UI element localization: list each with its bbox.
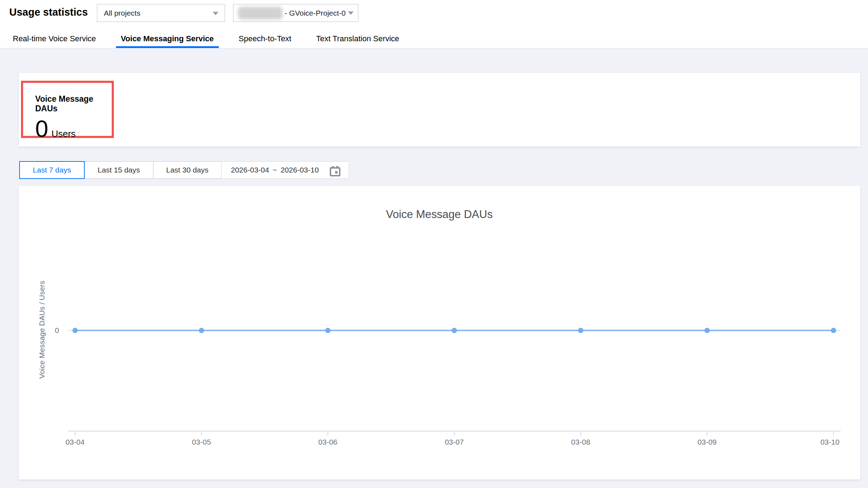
svg-text:03-10: 03-10 [820,438,840,446]
tab-text-translation-service[interactable]: Text Translation Service [316,31,399,48]
summary-card: Voice Message DAUs 0 Users [19,73,860,147]
tab-speech-to-text[interactable]: Speech-to-Text [239,31,291,48]
caret-down-icon [213,12,218,15]
date-range-picker[interactable]: 2026-03-04 ~ 2026-03-10 [221,161,349,179]
app-select-value: - GVoice-Project-0 [285,9,346,17]
project-filter-value: All projects [104,9,141,17]
svg-text:Voice Message DAUs: Voice Message DAUs [386,208,493,221]
tab-real-time-voice-service[interactable]: Real-time Voice Service [13,31,96,48]
time-range-filter: Last 7 days Last 15 days Last 30 days 20… [19,161,349,179]
app-select[interactable]: - GVoice-Project-0 [233,4,359,22]
caret-down-icon [348,11,354,15]
page-title: Usage statistics [9,6,88,18]
svg-text:03-09: 03-09 [698,438,717,446]
dau-line-chart: Voice Message DAUsVoice Message DAUs / U… [19,186,860,479]
svg-text:03-05: 03-05 [192,438,211,446]
svg-text:0: 0 [55,326,59,334]
dau-chart-card: Voice Message DAUsVoice Message DAUs / U… [19,186,860,479]
svg-text:Voice Message DAUs / Users: Voice Message DAUs / Users [38,281,46,378]
voice-message-daus-stat-highlight-box: Voice Message DAUs 0 Users [21,81,114,138]
svg-text:03-07: 03-07 [445,438,464,446]
stat-unit: Users [52,128,76,139]
service-tabs: Real-time Voice Service Voice Messaging … [0,31,868,49]
date-range-end: 2026-03-10 [281,166,319,174]
calendar-icon [329,165,341,177]
tab-voice-messaging-service[interactable]: Voice Messaging Service [121,31,214,48]
stat-title: Voice Message DAUs [35,94,112,113]
stat-value: 0 [35,117,48,140]
svg-text:03-04: 03-04 [65,438,85,446]
date-range-start: 2026-03-04 [231,166,269,174]
date-range-separator: ~ [272,166,277,174]
redacted-app-id [238,7,282,20]
last-15-days-button[interactable]: Last 15 days [84,161,154,179]
last-7-days-button[interactable]: Last 7 days [19,161,85,179]
svg-text:03-08: 03-08 [571,438,590,446]
last-30-days-button[interactable]: Last 30 days [153,161,222,179]
svg-text:03-06: 03-06 [318,438,338,446]
project-filter-select[interactable]: All projects [97,4,225,22]
